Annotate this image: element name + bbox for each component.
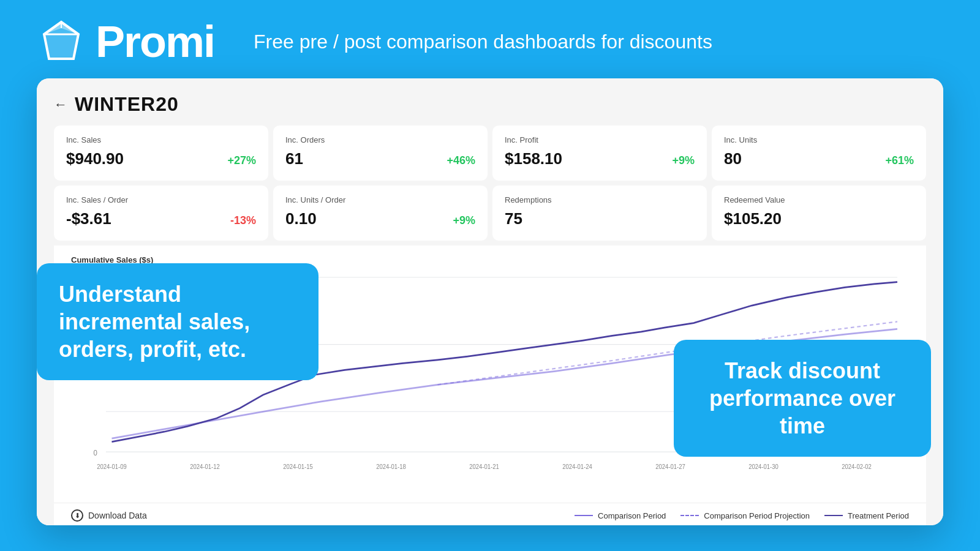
metric-value-row-orders: 61 +46% — [285, 149, 475, 168]
metric-card-profit: Inc. Profit $158.10 +9% — [492, 126, 707, 181]
legend-projection: Comparison Period Projection — [680, 511, 810, 520]
metric-change-units-order: +9% — [453, 214, 475, 227]
metric-value-redemptions: 75 — [505, 209, 522, 228]
legend-comparison-icon — [575, 515, 593, 516]
metric-change-units: +61% — [885, 154, 914, 167]
metric-change-profit: +9% — [672, 154, 695, 167]
metric-value-orders: 61 — [285, 149, 303, 168]
metric-label-sales-order: Inc. Sales / Order — [66, 195, 256, 204]
metric-change-sales: +27% — [227, 154, 256, 167]
header: Promi Free pre / post comparison dashboa… — [0, 0, 980, 78]
svg-text:2024-01-30: 2024-01-30 — [748, 463, 778, 470]
svg-text:2024-01-21: 2024-01-21 — [469, 463, 499, 470]
legend-comparison-label: Comparison Period — [598, 511, 666, 520]
legend-treatment-icon — [824, 515, 843, 516]
download-label: Download Data — [88, 511, 147, 520]
svg-text:0: 0 — [93, 448, 97, 457]
legend-comparison: Comparison Period — [575, 511, 666, 520]
metric-card-redeemed-value: Redeemed Value $105.20 — [712, 186, 926, 241]
download-icon: ⬇ — [71, 509, 83, 522]
metric-label-redemptions: Redemptions — [505, 195, 695, 204]
tagline: Free pre / post comparison dashboards fo… — [241, 31, 712, 53]
metric-value-row-units: 80 +61% — [724, 149, 914, 168]
metric-value-row-units-order: 0.10 +9% — [285, 209, 475, 228]
metric-value-row-profit: $158.10 +9% — [505, 149, 695, 168]
metric-card-sales: Inc. Sales $940.90 +27% — [54, 126, 268, 181]
svg-text:2024-01-12: 2024-01-12 — [190, 463, 220, 470]
svg-text:2024-01-27: 2024-01-27 — [655, 463, 685, 470]
metric-change-sales-order: -13% — [230, 214, 256, 227]
metric-label-sales: Inc. Sales — [66, 135, 256, 144]
svg-text:2024-01-24: 2024-01-24 — [562, 463, 592, 470]
callout-left: Understand incremental sales, orders, pr… — [37, 263, 318, 380]
back-button[interactable]: ← — [54, 97, 67, 113]
chart-footer: ⬇ Download Data Comparison Period Compar… — [54, 503, 926, 525]
logo-text: Promi — [96, 20, 214, 64]
download-button[interactable]: ⬇ Download Data — [71, 509, 147, 522]
metric-label-redeemed-value: Redeemed Value — [724, 195, 914, 204]
metric-card-units-order: Inc. Units / Order 0.10 +9% — [273, 186, 488, 241]
metric-label-orders: Inc. Orders — [285, 135, 475, 144]
metric-card-units: Inc. Units 80 +61% — [712, 126, 926, 181]
logo-area: Promi — [37, 17, 214, 66]
metric-value-units-order: 0.10 — [285, 209, 317, 228]
page-title: WINTER20 — [75, 93, 179, 116]
metric-value-row-sales: $940.90 +27% — [66, 149, 256, 168]
diamond-icon — [37, 17, 86, 66]
metric-label-units-order: Inc. Units / Order — [285, 195, 475, 204]
dash-header: ← WINTER20 — [54, 93, 926, 116]
svg-text:2024-01-18: 2024-01-18 — [376, 463, 406, 470]
metric-label-profit: Inc. Profit — [505, 135, 695, 144]
metric-label-units: Inc. Units — [724, 135, 914, 144]
svg-text:2024-01-15: 2024-01-15 — [283, 463, 313, 470]
metrics-row-1: Inc. Sales $940.90 +27% Inc. Orders 61 +… — [54, 126, 926, 181]
metrics-row-2: Inc. Sales / Order -$3.61 -13% Inc. Unit… — [54, 186, 926, 241]
metric-value-units: 80 — [724, 149, 742, 168]
legend-treatment-label: Treatment Period — [848, 511, 909, 520]
svg-marker-2 — [44, 28, 78, 59]
metric-value-sales: $940.90 — [66, 149, 124, 168]
metric-card-sales-order: Inc. Sales / Order -$3.61 -13% — [54, 186, 268, 241]
svg-text:2024-01-09: 2024-01-09 — [97, 463, 127, 470]
legend-treatment: Treatment Period — [824, 511, 909, 520]
svg-text:2024-02-02: 2024-02-02 — [842, 463, 872, 470]
metric-card-redemptions: Redemptions 75 — [492, 186, 707, 241]
metric-value-sales-order: -$3.61 — [66, 209, 111, 228]
metric-change-orders: +46% — [447, 154, 475, 167]
callout-right: Track discount performance over time — [674, 340, 931, 457]
legend-projection-icon — [680, 515, 699, 516]
legend-projection-label: Comparison Period Projection — [704, 511, 810, 520]
metric-value-row-sales-order: -$3.61 -13% — [66, 209, 256, 228]
metric-value-row-redemptions: 75 — [505, 209, 695, 228]
metric-card-orders: Inc. Orders 61 +46% — [273, 126, 488, 181]
chart-legend: Comparison Period Comparison Period Proj… — [575, 511, 909, 520]
metric-value-redeemed-value: $105.20 — [724, 209, 782, 228]
metric-value-row-redeemed-value: $105.20 — [724, 209, 914, 228]
metric-value-profit: $158.10 — [505, 149, 562, 168]
